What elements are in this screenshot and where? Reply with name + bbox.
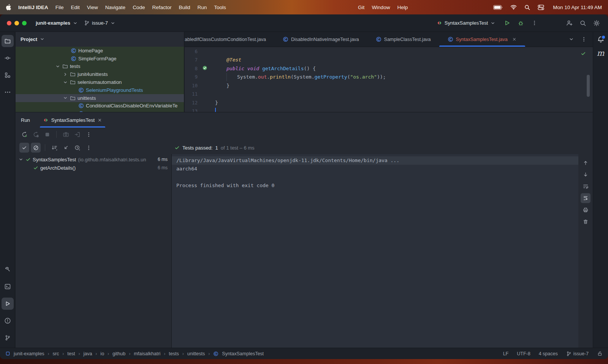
breadcrumb-item[interactable]: tests [169, 351, 179, 356]
chevron-down-icon[interactable] [63, 80, 68, 85]
menu-help[interactable]: Help [397, 5, 408, 10]
rerun-failed-tests-button[interactable] [31, 129, 41, 139]
menu-run[interactable]: Run [197, 5, 207, 10]
test-suite-row[interactable]: SyntaxSamplesTest (io.github.mfaisalkhat… [16, 155, 171, 164]
problems-tool-button[interactable] [2, 315, 14, 327]
tree-item-seleniumautomation[interactable]: seleniumautomation [16, 78, 184, 86]
line-ending-widget[interactable]: LF [503, 351, 509, 356]
tree-item-seleniumplaygroundtests[interactable]: SeleniumPlaygroundTests [16, 86, 184, 94]
show-passed-toggle[interactable] [19, 143, 29, 153]
breadcrumb-item[interactable]: github [112, 351, 125, 356]
search-everywhere-icon[interactable] [578, 18, 588, 28]
editor-scrollbar-thumb[interactable] [587, 75, 590, 97]
run-tab-syntaxsamplestest[interactable]: SyntaxSamplesTest [40, 112, 105, 128]
fullscreen-window-button[interactable] [22, 21, 27, 25]
minimize-window-button[interactable] [14, 21, 19, 25]
run-button[interactable] [502, 18, 512, 28]
chevron-right-icon[interactable] [63, 72, 68, 77]
build-tool-button[interactable] [2, 263, 14, 276]
menu-refactor[interactable]: Refactor [152, 5, 171, 10]
inspections-passed-icon[interactable] [581, 51, 586, 56]
close-run-tab-icon[interactable] [97, 118, 102, 123]
commit-tool-button[interactable] [2, 52, 14, 64]
breadcrumb-item[interactable]: java [83, 351, 92, 356]
test-passed-gutter-icon[interactable] [202, 65, 207, 71]
rerun-tests-button[interactable] [19, 129, 29, 139]
project-panel-header[interactable]: Project [16, 32, 184, 46]
tree-item-homepage[interactable]: HomePage [16, 47, 184, 55]
test-snapshot-camera-icon[interactable] [61, 129, 71, 139]
stop-button[interactable] [42, 129, 52, 139]
tree-item-conditionalclass[interactable]: ConditionalClassDisableOnEnvVariableTe [16, 102, 184, 110]
branch-widget[interactable]: issue-7 [566, 351, 589, 356]
scroll-up-icon[interactable] [581, 158, 591, 168]
breadcrumb-item[interactable]: SyntaxSamplesTest [222, 351, 264, 356]
tab-options-kebab-icon[interactable] [581, 36, 587, 42]
unlocked-icon[interactable] [597, 351, 603, 356]
run-configuration-selector[interactable]: SyntaxSamplesTest [434, 18, 499, 28]
close-tab-icon[interactable] [512, 37, 517, 42]
spotlight-search-icon[interactable] [524, 5, 530, 10]
tree-item-tests[interactable]: tests [16, 63, 184, 71]
menu-edit[interactable]: Edit [71, 5, 80, 10]
menu-git[interactable]: Git [358, 5, 364, 10]
menu-file[interactable]: File [55, 5, 64, 10]
code-editor[interactable]: 6 7 @Test 8 public void getArchDetails()… [185, 47, 593, 112]
navigate-to-first-failed-icon[interactable] [61, 143, 71, 153]
breadcrumb-item[interactable]: io [100, 351, 104, 356]
soft-wrap-icon[interactable] [581, 181, 591, 191]
code-with-me-icon[interactable] [564, 18, 575, 28]
filter-options-kebab-icon[interactable] [84, 143, 93, 153]
vcs-branch-widget[interactable]: issue-7 [81, 18, 119, 28]
indent-widget[interactable]: 4 spaces [539, 351, 558, 356]
run-tool-label[interactable]: Run [21, 117, 30, 123]
menu-code[interactable]: Code [133, 5, 145, 10]
show-ignored-toggle[interactable] [31, 143, 41, 153]
run-options-kebab-icon[interactable] [84, 129, 93, 139]
chevron-down-icon[interactable] [63, 95, 68, 101]
run-console-output[interactable]: /Library/Java/JavaVirtualMachines/openjd… [171, 154, 578, 348]
tab-syntaxsamplestest-active[interactable]: SyntaxSamplesTest.java [439, 32, 525, 47]
chevron-down-icon[interactable] [568, 36, 574, 42]
encoding-widget[interactable]: UTF-8 [517, 351, 530, 356]
menu-window[interactable]: Window [372, 5, 390, 10]
tab-disabledifclasscustomconditiontest[interactable]: abledIfClassCustomConditionTest.java [185, 32, 274, 47]
tab-disabledinnativeimagetest[interactable]: DisabledInNativeImageTest.java [274, 32, 367, 47]
breadcrumb-item[interactable]: junit-examples [14, 351, 44, 356]
run-tool-button[interactable] [2, 298, 14, 310]
tree-item-simpleformpage[interactable]: SimpleFormPage [16, 55, 184, 63]
git-tool-button[interactable] [2, 332, 14, 344]
maven-tool-button[interactable]: m [597, 49, 605, 57]
terminal-tool-button[interactable] [2, 280, 14, 293]
project-switcher[interactable]: junit-examples [33, 18, 81, 28]
menu-clock[interactable]: Mon 10 Apr 11:49 AM [553, 5, 602, 10]
sort-by-duration-icon[interactable] [49, 143, 59, 153]
wifi-icon[interactable] [510, 5, 517, 10]
breadcrumb-item[interactable]: src [53, 351, 59, 356]
notifications-bell-icon[interactable] [597, 36, 605, 43]
clear-console-trash-icon[interactable] [581, 217, 591, 227]
chevron-down-icon[interactable] [18, 157, 24, 162]
more-tool-windows-icon[interactable] [2, 86, 14, 98]
menu-view[interactable]: View [87, 5, 98, 10]
chevron-down-icon[interactable] [55, 64, 60, 69]
project-tool-button[interactable] [2, 35, 14, 47]
breadcrumb-item[interactable]: test [67, 351, 75, 356]
menu-app-name[interactable]: IntelliJ IDEA [18, 5, 48, 10]
settings-gear-icon[interactable] [591, 18, 602, 28]
debug-button[interactable] [515, 18, 526, 28]
battery-icon[interactable] [493, 5, 503, 10]
tree-item-junit4unittests[interactable]: junit4unittests [16, 70, 184, 78]
close-window-button[interactable] [7, 21, 11, 25]
menu-build[interactable]: Build [179, 5, 190, 10]
structure-tool-button[interactable] [2, 69, 14, 81]
test-case-row[interactable]: getArchDetails() 6 ms [16, 164, 171, 172]
apple-icon[interactable] [6, 4, 11, 10]
breadcrumb-item[interactable]: mfaisalkhatri [134, 351, 160, 356]
control-center-icon[interactable] [538, 4, 544, 11]
menu-tools[interactable]: Tools [214, 5, 226, 10]
more-actions-kebab-icon[interactable] [529, 18, 540, 28]
scroll-to-end-icon[interactable] [581, 193, 591, 203]
import-test-results-icon[interactable] [72, 129, 82, 139]
menu-navigate[interactable]: Navigate [105, 5, 125, 10]
